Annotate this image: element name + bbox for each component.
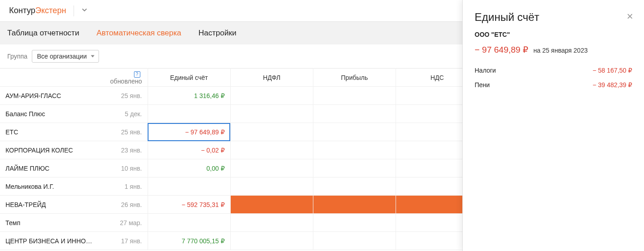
cell-value[interactable] (313, 214, 396, 232)
cell-value[interactable] (230, 105, 313, 123)
tab-reports[interactable]: Таблица отчетности (7, 29, 79, 38)
cell-value[interactable] (313, 196, 396, 214)
cell-value[interactable] (230, 177, 313, 196)
sidepanel-row-taxes: Налоги − 58 167,50 ₽ (475, 63, 632, 78)
logo-divider (74, 5, 74, 16)
sidepanel-rows: Налоги − 58 167,50 ₽ Пени − 39 482,39 ₽ (475, 63, 632, 92)
cell-name[interactable]: Мельникова И.Г. (0, 177, 100, 196)
sidepanel-balance-date: на 25 января 2023 (533, 47, 588, 54)
sidepanel-balance: − 97 649,89 ₽ на 25 января 2023 (475, 44, 632, 55)
cell-value[interactable] (313, 177, 396, 196)
cell-updated: 25 янв. (100, 87, 148, 105)
cell-value[interactable] (313, 141, 396, 159)
cell-account[interactable] (148, 105, 230, 123)
sidepanel: × Единый счёт ООО "ЕТС" − 97 649,89 ₽ на… (462, 0, 644, 251)
sidepanel-row-value: − 39 482,39 ₽ (593, 81, 632, 89)
cell-name[interactable]: ЕТС (0, 123, 100, 141)
cell-value[interactable] (230, 232, 313, 250)
group-label: Группа (7, 53, 27, 60)
sidepanel-balance-value: − 97 649,89 ₽ (475, 45, 528, 54)
col-updated-label: обновлено (110, 78, 142, 85)
cell-value[interactable] (230, 214, 313, 232)
cell-value[interactable] (230, 141, 313, 159)
sidepanel-row-penalties: Пени − 39 482,39 ₽ (475, 78, 632, 92)
col-ndfl: НДФЛ (230, 69, 313, 87)
tab-reconciliation[interactable]: Автоматическая сверка (96, 29, 181, 38)
chevron-down-icon[interactable] (81, 7, 88, 15)
topbar-left: КонтурЭкстерн (9, 5, 88, 16)
sidepanel-row-value: − 58 167,50 ₽ (593, 67, 632, 74)
cell-name[interactable]: Темп (0, 214, 100, 232)
cell-value[interactable] (313, 123, 396, 141)
tab-settings[interactable]: Настройки (198, 29, 236, 38)
sidepanel-row-label: Налоги (475, 67, 496, 74)
cell-value[interactable] (230, 87, 313, 105)
cell-name[interactable]: Баланс Плюс (0, 105, 100, 123)
cell-updated: 10 янв. (100, 159, 148, 177)
logo-part1: Контур (9, 6, 35, 15)
logo[interactable]: КонтурЭкстерн (9, 6, 66, 15)
sidepanel-org: ООО "ЕТС" (475, 31, 632, 38)
cell-value[interactable] (313, 87, 396, 105)
cell-value[interactable] (230, 159, 313, 177)
cell-account[interactable]: 1 316,46 ₽ (148, 87, 230, 105)
cell-value[interactable] (230, 196, 313, 214)
close-icon[interactable]: × (627, 11, 633, 22)
filter-left: Группа Все организации (7, 50, 99, 63)
cell-updated: 1 янв. (100, 177, 148, 196)
cell-value[interactable] (313, 159, 396, 177)
cell-account[interactable]: 0,00 ₽ (148, 159, 230, 177)
cell-updated: 26 янв. (100, 196, 148, 214)
logo-part2: Экстерн (35, 6, 66, 15)
col-updated: ?обновлено (100, 69, 148, 87)
group-select[interactable]: Все организации (32, 50, 99, 63)
col-account: Единый счёт (148, 69, 230, 87)
cell-name[interactable]: НЕВА-ТРЕЙД (0, 196, 100, 214)
col-profit: Прибыль (313, 69, 396, 87)
cell-account[interactable]: 7 770 005,15 ₽ (148, 232, 230, 250)
cell-account[interactable] (148, 214, 230, 232)
cell-updated: 23 янв. (100, 141, 148, 159)
cell-updated: 27 мар. (100, 214, 148, 232)
cell-value[interactable] (230, 123, 313, 141)
sidepanel-title: Единый счёт (475, 11, 632, 24)
cell-account[interactable]: − 0,02 ₽ (148, 141, 230, 159)
cell-updated: 5 дек. (100, 105, 148, 123)
cell-account[interactable]: − 97 649,89 ₽ (148, 123, 230, 141)
question-icon[interactable]: ? (134, 71, 140, 78)
cell-value[interactable] (313, 232, 396, 250)
cell-account[interactable] (148, 177, 230, 196)
cell-updated: 25 янв. (100, 123, 148, 141)
cell-name[interactable]: КОРПОРАЦИЯ КОЛЕС (0, 141, 100, 159)
cell-name[interactable]: ЦЕНТР БИЗНЕСА И ИННОВАЦ… (0, 232, 100, 250)
cell-name[interactable]: ЛАЙМЕ ПЛЮС (0, 159, 100, 177)
col-name (0, 69, 100, 87)
cell-name[interactable]: АУМ-АРИЯ-ГЛАСС (0, 87, 100, 105)
cell-account[interactable]: − 592 735,31 ₽ (148, 196, 230, 214)
sidepanel-row-label: Пени (475, 81, 490, 89)
cell-updated: 17 янв. (100, 232, 148, 250)
cell-value[interactable] (313, 105, 396, 123)
